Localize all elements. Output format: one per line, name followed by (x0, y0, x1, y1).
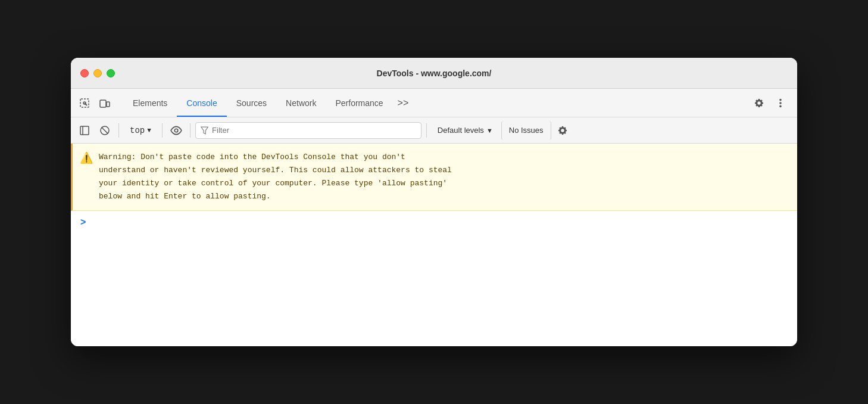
tabs-spacer (413, 89, 750, 117)
tab-icon-group (76, 89, 121, 117)
tab-elements[interactable]: Elements (123, 90, 177, 117)
tab-performance[interactable]: Performance (326, 90, 392, 117)
toolbar-separator-2 (162, 123, 163, 138)
toolbar-separator-4 (426, 123, 427, 138)
console-settings-icon[interactable] (554, 122, 572, 139)
no-issues-button[interactable]: No Issues (501, 121, 551, 140)
chevron-down-icon-2: ▼ (486, 127, 493, 134)
console-prompt-row[interactable]: > (71, 211, 797, 234)
more-tabs-button[interactable]: >> (393, 89, 414, 117)
context-dropdown[interactable]: top ▼ (124, 123, 157, 138)
context-dropdown-value: top (130, 126, 145, 135)
svg-marker-9 (201, 127, 208, 134)
svg-rect-2 (100, 100, 106, 107)
tab-sources[interactable]: Sources (227, 90, 276, 117)
sidebar-toggle-icon[interactable] (76, 122, 93, 139)
default-levels-dropdown[interactable]: Default levels ▼ (432, 123, 499, 137)
prompt-chevron-icon: > (80, 217, 86, 228)
warning-message: ⚠️ Warning: Don't paste code into the De… (71, 144, 797, 211)
minimize-button[interactable] (93, 69, 102, 77)
no-issues-label: No Issues (509, 126, 544, 135)
filter-input[interactable] (212, 126, 416, 135)
tab-console[interactable]: Console (177, 90, 226, 117)
tabs-actions (750, 89, 792, 117)
console-toolbar: top ▼ Default levels ▼ No Issues (71, 117, 797, 144)
svg-rect-4 (80, 126, 89, 135)
tab-network[interactable]: Network (276, 90, 326, 117)
tabs-bar: Elements Console Sources Network Perform… (71, 89, 797, 117)
chevron-down-icon: ▼ (147, 127, 151, 134)
devtools-window: DevTools - www.google.com/ Element (71, 58, 797, 346)
warning-text: Warning: Don't paste code into the DevTo… (99, 151, 452, 203)
more-options-icon[interactable] (771, 94, 790, 113)
svg-line-7 (102, 127, 108, 133)
settings-icon[interactable] (750, 94, 769, 113)
live-expressions-icon[interactable] (167, 122, 185, 139)
toolbar-separator-3 (190, 123, 191, 138)
filter-icon (201, 126, 208, 135)
toolbar-separator-1 (118, 123, 119, 138)
traffic-lights (80, 69, 115, 77)
close-button[interactable] (80, 69, 89, 77)
title-bar: DevTools - www.google.com/ (71, 58, 797, 89)
filter-input-wrap (195, 122, 421, 139)
device-toolbar-icon[interactable] (96, 94, 114, 112)
svg-point-8 (174, 129, 178, 132)
window-title: DevTools - www.google.com/ (377, 69, 492, 78)
maximize-button[interactable] (107, 69, 115, 77)
console-content: ⚠️ Warning: Don't paste code into the De… (71, 144, 797, 346)
inspect-element-icon[interactable] (76, 94, 93, 112)
svg-rect-3 (107, 102, 110, 107)
clear-console-icon[interactable] (96, 122, 114, 139)
warning-icon: ⚠️ (80, 151, 93, 203)
